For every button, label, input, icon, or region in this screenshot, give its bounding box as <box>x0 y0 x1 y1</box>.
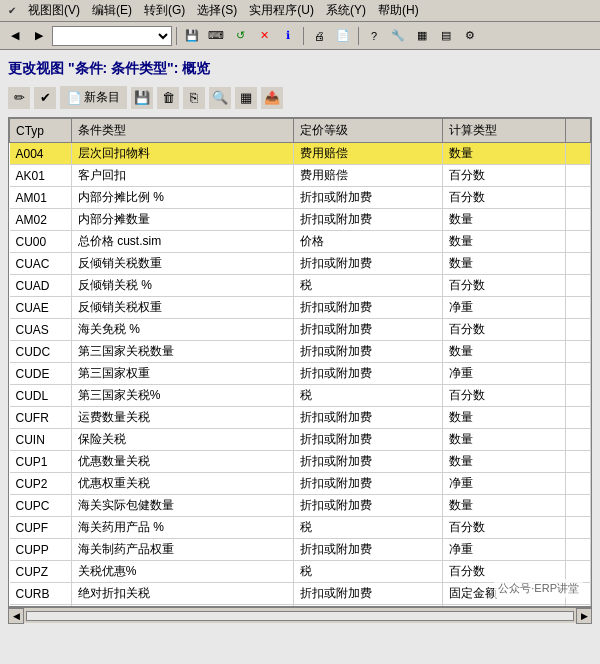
cell-icon <box>566 253 591 275</box>
scroll-left-btn[interactable]: ◀ <box>8 608 24 624</box>
cell-ctyp: CUPZ <box>10 561 72 583</box>
menu-view[interactable]: 视图图(V) <box>22 0 86 21</box>
cell-icon <box>566 165 591 187</box>
cell-name: 反倾销关税 % <box>71 275 294 297</box>
main-area: 更改视图 "条件: 条件类型": 概览 ✏ ✔ 📄 新条目 💾 🗑 ⎘ 🔍 ▦ … <box>0 50 600 627</box>
cell-grade: 折扣或附加费 <box>294 209 442 231</box>
info-btn[interactable]: ℹ <box>277 25 299 47</box>
table-row[interactable]: CUAD反倾销关税 %税百分数 <box>10 275 591 297</box>
table-row[interactable]: AM02内部分摊数量折扣或附加费数量 <box>10 209 591 231</box>
menu-select[interactable]: 选择(S) <box>191 0 243 21</box>
cell-ctyp: CUIN <box>10 429 72 451</box>
refresh-btn[interactable]: ↺ <box>229 25 251 47</box>
cell-icon <box>566 143 591 165</box>
cell-grade: 折扣或附加费 <box>294 473 442 495</box>
cell-name: 客户回扣 <box>71 165 294 187</box>
forward-btn[interactable]: ▶ <box>28 25 50 47</box>
menu-help[interactable]: 帮助(H) <box>372 0 425 21</box>
save-btn[interactable]: 💾 <box>181 25 203 47</box>
cell-grade: 折扣或附加费 <box>294 319 442 341</box>
cell-ctyp: CUPC <box>10 495 72 517</box>
cell-ctyp: CUAC <box>10 253 72 275</box>
cell-icon <box>566 363 591 385</box>
cell-icon <box>566 297 591 319</box>
settings-btn[interactable]: ⚙ <box>459 25 481 47</box>
table-row[interactable]: CUZ1海关最大数量折扣或附加费数量 <box>10 605 591 608</box>
cell-grade: 折扣或附加费 <box>294 583 442 605</box>
table-row[interactable]: CUIN保险关税折扣或附加费数量 <box>10 429 591 451</box>
table-row[interactable]: CUAC反倾销关税数重折扣或附加费数量 <box>10 253 591 275</box>
cell-grade: 税 <box>294 561 442 583</box>
help-btn[interactable]: ? <box>363 25 385 47</box>
cell-grade: 折扣或附加费 <box>294 297 442 319</box>
shortcut-btn[interactable]: ⌨ <box>205 25 227 47</box>
app-icon: ✔ <box>4 3 20 19</box>
layout2-btn[interactable]: ▤ <box>435 25 457 47</box>
delete-btn[interactable]: 🗑 <box>157 87 179 109</box>
cell-name: 层次回扣物料 <box>71 143 294 165</box>
table-row[interactable]: CUP2优惠权重关税折扣或附加费净重 <box>10 473 591 495</box>
cell-calc: 数量 <box>442 231 566 253</box>
cell-icon <box>566 385 591 407</box>
table-row[interactable]: CUPP海关制药产品权重折扣或附加费净重 <box>10 539 591 561</box>
cell-name: 总价格 cust.sim <box>71 231 294 253</box>
check-icon-btn[interactable]: ✔ <box>34 87 56 109</box>
table-row[interactable]: CUDC第三国家关税数量折扣或附加费数量 <box>10 341 591 363</box>
menu-edit[interactable]: 编辑(E) <box>86 0 138 21</box>
cell-calc: 净重 <box>442 473 566 495</box>
table-row[interactable]: CUFR运费数量关税折扣或附加费数量 <box>10 407 591 429</box>
table-row[interactable]: CUDL第三国家关税%税百分数 <box>10 385 591 407</box>
print2-btn[interactable]: 📄 <box>332 25 354 47</box>
scroll-right-btn[interactable]: ▶ <box>576 608 592 624</box>
details-btn[interactable]: 🔍 <box>209 87 231 109</box>
sep2 <box>303 27 304 45</box>
cell-grade: 折扣或附加费 <box>294 451 442 473</box>
table-row[interactable]: CUAE反倾销关税权重折扣或附加费净重 <box>10 297 591 319</box>
cell-ctyp: AM01 <box>10 187 72 209</box>
new-entry-button[interactable]: 📄 新条目 <box>60 86 127 109</box>
table-row[interactable]: CUPC海关实际包健数量折扣或附加费数量 <box>10 495 591 517</box>
table-row[interactable]: CUP1优惠数量关税折扣或附加费数量 <box>10 451 591 473</box>
stop-btn[interactable]: ✕ <box>253 25 275 47</box>
cell-name: 第三国家关税% <box>71 385 294 407</box>
cell-ctyp: CUAD <box>10 275 72 297</box>
menu-system[interactable]: 系统(Y) <box>320 0 372 21</box>
cell-calc: 数量 <box>442 407 566 429</box>
export-btn[interactable]: 📤 <box>261 87 283 109</box>
edit-icon-btn[interactable]: ✏ <box>8 87 30 109</box>
table-row[interactable]: CU00总价格 cust.sim价格数量 <box>10 231 591 253</box>
data-table-container[interactable]: CTyp 条件类型 定价等级 计算类型 A004层次回扣物料费用赔偿数量AK01… <box>8 117 592 607</box>
table-row[interactable]: CUDE第三国家权重折扣或附加费净重 <box>10 363 591 385</box>
table-row[interactable]: AM01内部分摊比例 %折扣或附加费百分数 <box>10 187 591 209</box>
copy-btn[interactable]: ⎘ <box>183 87 205 109</box>
cell-icon <box>566 495 591 517</box>
cell-name: 第三国家权重 <box>71 363 294 385</box>
back-btn[interactable]: ◀ <box>4 25 26 47</box>
hscroll-track[interactable] <box>26 611 574 621</box>
cell-calc: 百分数 <box>442 319 566 341</box>
table-row[interactable]: AK01客户回扣费用赔偿百分数 <box>10 165 591 187</box>
cell-ctyp: CUDL <box>10 385 72 407</box>
cell-name: 关税优惠% <box>71 561 294 583</box>
page-title: 更改视图 "条件: 条件类型": 概览 <box>8 54 592 82</box>
table-row[interactable]: A004层次回扣物料费用赔偿数量 <box>10 143 591 165</box>
cell-icon <box>566 187 591 209</box>
layout-btn[interactable]: ▦ <box>411 25 433 47</box>
table-btn[interactable]: ▦ <box>235 87 257 109</box>
print-btn[interactable]: 🖨 <box>308 25 330 47</box>
menu-goto[interactable]: 转到(G) <box>138 0 191 21</box>
cell-icon <box>566 451 591 473</box>
customize-btn[interactable]: 🔧 <box>387 25 409 47</box>
watermark: 公众号·ERP讲堂 <box>494 579 583 598</box>
cell-grade: 税 <box>294 385 442 407</box>
table-row[interactable]: CUPF海关药用产品 %税百分数 <box>10 517 591 539</box>
menu-utils[interactable]: 实用程序(U) <box>243 0 320 21</box>
cell-calc: 数量 <box>442 253 566 275</box>
save-icon-btn[interactable]: 💾 <box>131 87 153 109</box>
table-row[interactable]: CUAS海关免税 %折扣或附加费百分数 <box>10 319 591 341</box>
cell-ctyp: CUP1 <box>10 451 72 473</box>
hscroll-bar[interactable]: ◀ ▶ <box>8 607 592 623</box>
cell-name: 内部分摊比例 % <box>71 187 294 209</box>
cell-icon <box>566 319 591 341</box>
toolbar-dropdown[interactable] <box>52 26 172 46</box>
